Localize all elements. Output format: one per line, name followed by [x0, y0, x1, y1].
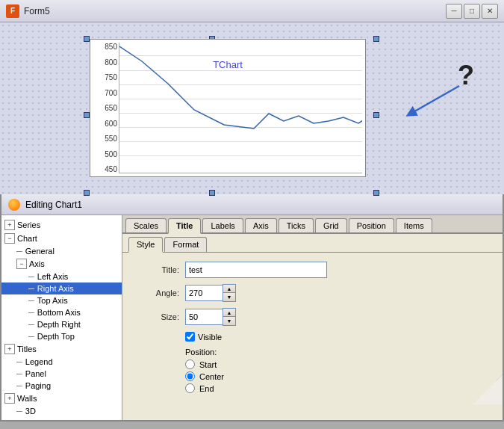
sidebar-item-legend[interactable]: ─ Legend: [1, 356, 122, 368]
sidebar-item-bottom-axis[interactable]: ─ Bottom Axis: [1, 306, 122, 318]
sidebar-item-titles[interactable]: + Titles: [1, 342, 122, 356]
position-center-label: Center: [199, 372, 224, 381]
minimize-button[interactable]: ─: [446, 4, 462, 19]
sidebar-item-3d[interactable]: ─ 3D: [1, 405, 122, 417]
tab-grid[interactable]: Grid: [315, 218, 347, 232]
size-spinner: ▲ ▼: [185, 308, 236, 326]
y-label: 750: [92, 73, 117, 81]
angle-field-label: Angle:: [134, 288, 179, 297]
visible-label: Visible: [198, 333, 222, 342]
sidebar-item-left-axis[interactable]: ─ Left Axis: [1, 271, 122, 283]
tree-label: Legend: [25, 357, 119, 366]
chart-svg: [119, 43, 362, 173]
sidebar-item-general[interactable]: ─ General: [1, 245, 122, 257]
tree-label: Top Axis: [37, 296, 119, 305]
arrow-icon: [403, 82, 463, 120]
dash-icon: ─: [16, 407, 22, 416]
tab-items[interactable]: Items: [396, 218, 432, 232]
tree-label: 3D: [25, 407, 119, 416]
tree-label: Walls: [17, 394, 119, 403]
y-label: 650: [92, 104, 117, 112]
maximize-button[interactable]: □: [464, 4, 480, 19]
sidebar-item-depth-right[interactable]: ─ Depth Right: [1, 318, 122, 330]
tab-labels[interactable]: Labels: [202, 218, 243, 232]
sidebar-item-data[interactable]: Data: [1, 417, 122, 420]
sidebar-item-walls[interactable]: + Walls: [1, 392, 122, 405]
dash-icon: ─: [28, 272, 34, 281]
tree-label: General: [25, 247, 119, 256]
tree-label: Chart: [17, 234, 119, 243]
tree-label: Panel: [25, 369, 119, 378]
visible-row: Visible: [185, 332, 491, 342]
subtab-format[interactable]: Format: [164, 237, 207, 252]
handle-bl[interactable]: [84, 190, 90, 196]
sidebar-item-axis[interactable]: − Axis: [1, 257, 122, 271]
position-end-radio[interactable]: [185, 383, 195, 393]
y-label: 500: [92, 150, 117, 158]
sidebar-item-panel[interactable]: ─ Panel: [1, 368, 122, 380]
expander-icon[interactable]: +: [4, 393, 15, 404]
position-start-radio[interactable]: [185, 359, 195, 369]
svg-line-1: [411, 86, 459, 114]
position-center-radio[interactable]: [185, 371, 195, 381]
handle-tr[interactable]: [373, 36, 379, 42]
handle-tl[interactable]: [84, 36, 90, 42]
tree-label: Bottom Axis: [37, 308, 119, 317]
angle-row: Angle: ▲ ▼: [134, 284, 491, 302]
position-end-row: End: [185, 383, 491, 393]
title-input[interactable]: [185, 262, 327, 278]
size-down-button[interactable]: ▼: [223, 317, 235, 325]
y-label: 800: [92, 58, 117, 67]
chart-frame: TChart 850 800 750 700 650 600 550 500 4…: [90, 39, 366, 177]
handle-ml[interactable]: [84, 112, 90, 118]
dash-icon: ─: [16, 381, 22, 390]
size-input[interactable]: [185, 309, 223, 325]
handle-bm[interactable]: [209, 190, 215, 196]
expander-icon[interactable]: −: [4, 233, 15, 244]
sidebar-item-right-axis[interactable]: ─ Right Axis: [1, 283, 122, 294]
orange-circle-icon: [8, 199, 20, 211]
close-button[interactable]: ✕: [482, 4, 498, 19]
form-icon: F: [6, 4, 19, 18]
dash-icon: ─: [28, 308, 34, 317]
y-label: 550: [92, 135, 117, 143]
size-up-button[interactable]: ▲: [223, 309, 235, 317]
sidebar-item-series[interactable]: + Series: [1, 218, 122, 232]
tab-scales[interactable]: Scales: [125, 218, 167, 232]
tree-label: Left Axis: [37, 272, 119, 281]
tree-label: Series: [17, 220, 119, 229]
tab-position[interactable]: Position: [349, 218, 394, 232]
angle-down-button[interactable]: ▼: [223, 293, 235, 301]
position-label: Position:: [185, 348, 491, 357]
title-row: Title:: [134, 262, 491, 278]
editing-body: + Series − Chart ─ General − Axis: [1, 215, 503, 420]
form-title: Form5: [24, 6, 441, 16]
handle-br[interactable]: [373, 190, 379, 196]
expander-icon[interactable]: +: [4, 344, 15, 354]
handle-mr[interactable]: [373, 112, 379, 118]
angle-input[interactable]: [185, 285, 223, 301]
tree-label: Titles: [17, 345, 119, 354]
visible-checkbox[interactable]: [185, 332, 195, 342]
chart-area: TChart 850 800 750 700 650 600 550 500 4…: [0, 22, 504, 194]
editing-title: Editing Chart1: [25, 200, 82, 210]
position-end-label: End: [199, 384, 214, 393]
sidebar-item-top-axis[interactable]: ─ Top Axis: [1, 294, 122, 306]
expander-icon[interactable]: +: [4, 220, 15, 230]
angle-up-button[interactable]: ▲: [223, 285, 235, 293]
tab-title[interactable]: Title: [168, 218, 201, 234]
tab-ticks[interactable]: Ticks: [279, 218, 314, 232]
chart-y-labels: 850 800 750 700 650 600 550 500 450: [90, 40, 119, 176]
tree-label: Right Axis: [37, 284, 119, 293]
sidebar-item-depth-top[interactable]: ─ Depth Top: [1, 330, 122, 342]
sidebar-item-chart[interactable]: − Chart: [1, 232, 122, 245]
expander-icon[interactable]: −: [16, 259, 27, 269]
tab-axis[interactable]: Axis: [245, 218, 277, 232]
subtab-style[interactable]: Style: [128, 237, 163, 253]
position-center-row: Center: [185, 371, 491, 381]
y-label: 450: [92, 165, 117, 173]
angle-spinner-buttons: ▲ ▼: [223, 284, 236, 302]
sidebar-item-paging[interactable]: ─ Paging: [1, 380, 122, 392]
title-field-label: Title:: [134, 265, 179, 274]
dash-icon: ─: [16, 247, 22, 256]
